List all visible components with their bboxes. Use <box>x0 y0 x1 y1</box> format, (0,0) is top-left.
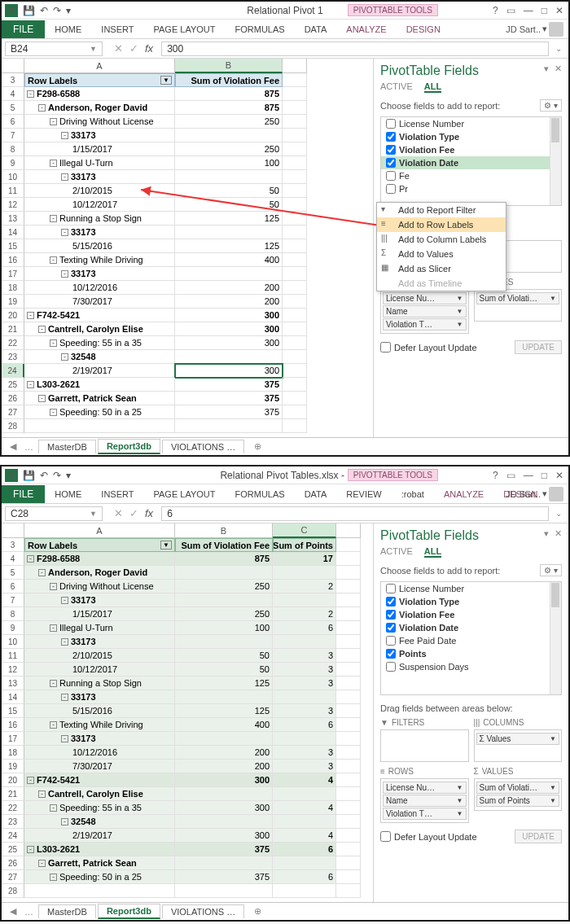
collapse-icon[interactable]: - <box>38 860 46 867</box>
filter-dropdown-icon[interactable]: ▼ <box>160 541 172 550</box>
grid-cell[interactable]: -Garrett, Patrick Sean <box>24 392 175 405</box>
grid-cell[interactable]: 2/19/2017 <box>24 829 175 843</box>
row-header[interactable]: 8 <box>2 142 24 156</box>
grid-cell[interactable]: 300 <box>175 322 283 336</box>
menu-item[interactable]: ▾Add to Report Filter <box>377 203 506 217</box>
row-header[interactable]: 19 <box>2 760 24 773</box>
collapse-icon[interactable]: - <box>38 395 46 402</box>
field-item[interactable]: Violation Fee <box>381 608 561 621</box>
grid-cell[interactable]: 875 <box>175 552 273 566</box>
ribbon-tab[interactable]: :robat <box>392 486 434 502</box>
column-header[interactable]: B <box>175 59 283 73</box>
grid-cell[interactable] <box>175 884 273 898</box>
area-chip[interactable]: Name▼ <box>383 795 467 807</box>
row-header[interactable]: 11 <box>2 184 24 198</box>
grid-cell[interactable] <box>175 129 283 142</box>
window-button[interactable]: ▭ <box>506 470 515 481</box>
field-checkbox[interactable] <box>386 649 396 659</box>
grid-cell[interactable]: 7/30/2017 <box>24 295 175 309</box>
grid-cell[interactable]: 2/19/2017 <box>24 364 175 378</box>
area-chip[interactable]: Violation T…▼ <box>383 808 467 820</box>
sheet-nav-prev[interactable]: ◀ <box>7 441 20 452</box>
collapse-icon[interactable]: - <box>50 256 57 264</box>
grid-cell[interactable]: -33173 <box>24 635 175 649</box>
field-item[interactable]: Fe <box>381 169 561 182</box>
grid-cell[interactable]: -Speeding: 50 in a 25 <box>24 870 175 884</box>
menu-item[interactable]: ≡Add to Row Labels <box>377 217 506 232</box>
grid-cell[interactable]: 7/30/2017 <box>24 760 175 773</box>
qat-button[interactable]: ▾ <box>66 470 71 481</box>
grid-cell[interactable]: 125 <box>175 704 273 718</box>
sheet-tab[interactable]: VIOLATIONS … <box>162 904 244 918</box>
field-item[interactable]: Violation Date <box>381 621 561 634</box>
grid-cell[interactable]: -L303-2621 <box>24 843 175 856</box>
grid-cell[interactable]: -Garrett, Patrick Sean <box>24 856 175 870</box>
grid-cell[interactable]: 10/12/2017 <box>24 198 175 212</box>
row-header[interactable]: 24 <box>2 364 24 378</box>
grid-cell[interactable]: 300 <box>175 773 273 787</box>
window-button[interactable]: ✕ <box>555 5 563 16</box>
sheet-nav-more[interactable]: … <box>21 442 37 452</box>
grid-cell[interactable]: 10/12/2016 <box>24 746 175 760</box>
grid-cell[interactable]: 10/12/2017 <box>24 663 175 677</box>
row-header[interactable]: 19 <box>2 295 24 309</box>
row-header[interactable]: 15 <box>2 239 24 253</box>
window-button[interactable]: — <box>524 470 533 481</box>
collapse-icon[interactable]: - <box>50 215 57 222</box>
grid-cell[interactable]: -33173 <box>24 129 175 142</box>
cancel-icon[interactable]: ✕ <box>114 507 123 519</box>
grid-cell[interactable]: 250 <box>175 115 283 129</box>
collapse-icon[interactable]: - <box>50 680 57 687</box>
select-all-corner[interactable] <box>2 59 24 73</box>
ribbon-tab[interactable]: DATA <box>295 486 337 502</box>
grid-cell[interactable]: -Driving Without License <box>24 115 175 129</box>
collapse-icon[interactable]: - <box>61 132 68 139</box>
collapse-icon[interactable]: - <box>50 583 57 590</box>
column-header[interactable]: C <box>273 523 336 538</box>
field-item[interactable]: License Number <box>381 117 561 130</box>
grid-cell[interactable]: 200 <box>175 760 273 773</box>
area-chip[interactable]: Violation T…▼ <box>383 318 467 331</box>
row-header[interactable]: 5 <box>2 101 24 115</box>
grid-cell[interactable] <box>175 732 273 746</box>
column-header[interactable]: A <box>24 523 175 538</box>
grid-cell[interactable]: -33173 <box>24 690 175 704</box>
row-header[interactable]: 4 <box>2 87 24 101</box>
grid-cell[interactable]: -L303-2621 <box>24 378 175 392</box>
grid-cell[interactable]: 3 <box>273 663 336 677</box>
enter-icon[interactable]: ✓ <box>129 507 138 519</box>
columns-area[interactable]: Σ Values▼ <box>474 729 563 762</box>
close-icon[interactable]: ✕ <box>555 63 562 74</box>
grid-cell[interactable]: -Anderson, Roger David <box>24 566 175 580</box>
ribbon-tab[interactable]: REVIEW <box>336 486 391 502</box>
window-button[interactable]: ? <box>493 470 498 481</box>
field-checkbox[interactable] <box>386 597 396 607</box>
row-header[interactable]: 12 <box>2 198 24 212</box>
collapse-icon[interactable]: - <box>61 270 68 278</box>
grid-cell[interactable]: -Illegal U-Turn <box>24 156 175 170</box>
close-icon[interactable]: ✕ <box>555 528 562 539</box>
ribbon-tab[interactable]: PAGE LAYOUT <box>143 486 225 502</box>
grid-cell[interactable]: 875 <box>175 87 283 101</box>
chevron-down-icon[interactable]: ▼ <box>457 308 463 315</box>
row-header[interactable]: 7 <box>2 129 24 142</box>
collapse-icon[interactable]: - <box>61 735 68 742</box>
field-item[interactable]: Points <box>381 647 561 660</box>
values-area[interactable]: Sum of Violati…▼ <box>474 289 563 322</box>
grid-cell[interactable]: -F742-5421 <box>24 773 175 787</box>
ribbon-tab[interactable]: DATA <box>295 21 337 37</box>
row-header[interactable]: 14 <box>2 226 24 239</box>
field-checkbox[interactable] <box>386 158 396 168</box>
row-header[interactable]: 12 <box>2 663 24 677</box>
row-header[interactable]: 5 <box>2 566 24 580</box>
field-item[interactable]: Fee Paid Date <box>381 634 561 647</box>
grid-cell[interactable] <box>175 815 273 829</box>
grid-cell[interactable]: -Speeding: 55 in a 35 <box>24 336 175 350</box>
grid-cell[interactable] <box>273 635 336 649</box>
pane-options-icon[interactable]: ▾ <box>544 63 549 74</box>
field-checkbox[interactable] <box>386 132 396 142</box>
grid-cell[interactable] <box>273 815 336 829</box>
menu-item[interactable]: |||Add to Column Labels <box>377 232 506 247</box>
update-button[interactable]: UPDATE <box>515 340 562 354</box>
grid-cell[interactable]: 100 <box>175 621 273 635</box>
